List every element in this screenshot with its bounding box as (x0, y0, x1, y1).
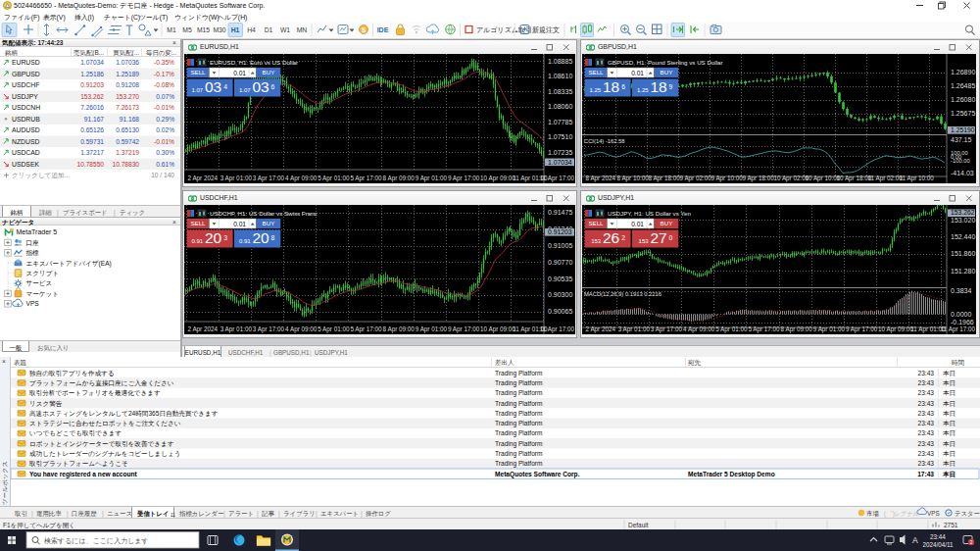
svg-text:8 Apr 18:00: 8 Apr 18:00 (649, 175, 681, 182)
svg-text:2 Apr 2024: 2 Apr 2024 (188, 175, 219, 182)
svg-text:1.08610: 1.08610 (548, 73, 572, 79)
svg-text:11 Apr 17:00: 11 Apr 17:00 (941, 326, 976, 333)
svg-text:0.07%: 0.07% (156, 92, 174, 99)
svg-text:23:43: 23:43 (917, 400, 934, 407)
svg-text:本日: 本日 (943, 429, 956, 437)
svg-text:一般: 一般 (10, 344, 23, 352)
svg-text:宛先: 宛先 (688, 359, 702, 367)
svg-text:9 Apr 18:00: 9 Apr 18:00 (743, 175, 775, 182)
svg-text:Trading Platform: Trading Platform (495, 370, 543, 377)
svg-text:5 Apr 17:00: 5 Apr 17:00 (350, 326, 382, 333)
svg-text:1.25189: 1.25189 (116, 70, 139, 76)
svg-text:本日: 本日 (943, 420, 956, 427)
svg-text:18: 18 (603, 78, 619, 95)
svg-text:1.26080: 1.26080 (951, 96, 975, 103)
svg-text:11: 11 (171, 513, 175, 518)
svg-text:記事: 記事 (262, 510, 274, 518)
svg-text:23:43: 23:43 (917, 450, 934, 457)
svg-text:0.90065: 0.90065 (548, 308, 572, 315)
svg-text:Trading Platform: Trading Platform (495, 429, 543, 437)
svg-text:本日: 本日 (942, 471, 956, 478)
svg-text:MACD(12,26,9) 0.1913 0.2216: MACD(12,26,9) 0.1913 0.2216 (584, 291, 662, 297)
svg-text:0.91005: 0.91005 (548, 242, 572, 249)
svg-text:10.78550: 10.78550 (76, 160, 104, 167)
svg-text:0.01: 0.01 (233, 70, 246, 76)
svg-text:437.15: 437.15 (951, 136, 972, 143)
svg-text:本日: 本日 (943, 460, 956, 468)
svg-text:SELL: SELL (190, 220, 206, 226)
svg-text:0.91203: 0.91203 (548, 228, 572, 235)
svg-text:BUY: BUY (263, 220, 275, 226)
svg-text:2751: 2751 (944, 522, 958, 528)
svg-text:SELL: SELL (588, 69, 604, 75)
svg-text:20: 20 (205, 229, 222, 246)
svg-text:6: 6 (271, 83, 275, 90)
svg-text:3: 3 (223, 234, 227, 241)
svg-text:VPS: VPS (927, 510, 940, 517)
svg-text:銘柄: 銘柄 (11, 209, 24, 217)
svg-text:0.91208: 0.91208 (116, 81, 139, 88)
svg-text:アルゴリズム取引: アルゴリズム取引 (476, 26, 532, 34)
svg-text:ティック: ティック (120, 209, 145, 217)
svg-text:USDCHF,H1: USDCHF,H1 (228, 349, 264, 356)
svg-text:アラート: アラート (228, 510, 254, 517)
svg-text:Trading Platform: Trading Platform (495, 400, 543, 408)
svg-text:MetaQuotes Software Corp.: MetaQuotes Software Corp. (495, 471, 580, 478)
svg-text:7.26173: 7.26173 (116, 104, 139, 111)
svg-text:3 Apr 01:00: 3 Apr 01:00 (220, 175, 253, 182)
svg-text:1.08335: 1.08335 (548, 88, 572, 95)
svg-text:5 Apr 01:00: 5 Apr 01:00 (318, 175, 350, 182)
svg-text:|: | (361, 510, 363, 518)
svg-text:マーケット: マーケット (26, 290, 60, 297)
svg-text:11 Apr 17:00: 11 Apr 17:00 (540, 175, 575, 182)
svg-text:8: 8 (271, 234, 275, 241)
svg-text:銘柄: 銘柄 (5, 48, 18, 56)
svg-text:3 Apr 01:00: 3 Apr 01:00 (220, 326, 253, 333)
svg-text:差出人: 差出人 (495, 359, 514, 367)
svg-text:4 Apr 09:00: 4 Apr 09:00 (285, 326, 318, 333)
svg-text:9 Apr 02:00: 9 Apr 02:00 (680, 175, 712, 182)
svg-text:本日: 本日 (943, 450, 956, 458)
svg-text:IDE: IDE (377, 26, 389, 33)
svg-text:10 Apr 09:00: 10 Apr 09:00 (878, 326, 913, 333)
svg-text:本日: 本日 (943, 410, 956, 418)
svg-text:153.262: 153.262 (80, 92, 104, 99)
svg-text:152.440: 152.440 (951, 233, 975, 240)
svg-text:8 Apr 10:00: 8 Apr 10:00 (617, 175, 650, 182)
svg-text:0.90535: 0.90535 (548, 276, 572, 282)
svg-text:1.07034: 1.07034 (80, 59, 104, 66)
svg-text:MetaTrader 5 Desktop Demo: MetaTrader 5 Desktop Demo (688, 471, 775, 478)
svg-text:|: | (270, 349, 271, 357)
svg-text:-0.01%: -0.01% (154, 137, 174, 144)
svg-text:You have registered a new acco: You have registered a new account (29, 471, 138, 478)
svg-text:GBPUSD: GBPUSD (12, 70, 40, 76)
svg-text:売気配(B...: 売気配(B... (74, 48, 104, 56)
svg-text:M30: M30 (213, 26, 225, 33)
svg-text:USDCHF, H1: US Dollar vs Swiss: USDCHF, H1: US Dollar vs Swiss Franc (210, 210, 318, 217)
svg-text:23:44: 23:44 (930, 533, 946, 540)
svg-text:10.78830: 10.78830 (112, 160, 139, 167)
svg-text:スクリプト: スクリプト (26, 270, 60, 276)
svg-text:ロボットとインジケーターで取引を改善できます: ロボットとインジケーターで取引を改善できます (29, 440, 174, 448)
svg-text:本日: 本日 (943, 379, 956, 387)
svg-text:詳細: 詳細 (39, 209, 52, 217)
svg-text:0.91203: 0.91203 (80, 81, 104, 88)
svg-text:GBPUSD,H1: GBPUSD,H1 (273, 349, 310, 356)
svg-text:USDSEK: USDSEK (12, 160, 39, 167)
svg-text:受信トレイ: 受信トレイ (136, 510, 169, 518)
svg-text:91.167: 91.167 (84, 115, 105, 122)
svg-text:W1: W1 (280, 26, 290, 33)
svg-text:0.91475: 0.91475 (548, 209, 572, 216)
svg-text:5 Apr 01:00: 5 Apr 01:00 (318, 326, 350, 333)
svg-text:0.29%: 0.29% (156, 115, 174, 122)
svg-text:0.30%: 0.30% (156, 149, 174, 156)
svg-text:エキスパート: エキスパート (320, 510, 359, 517)
svg-text:9 Apr 01:00: 9 Apr 01:00 (416, 326, 448, 333)
svg-text:1.37219: 1.37219 (116, 149, 139, 156)
svg-text:Trading Platform: Trading Platform (495, 420, 543, 427)
svg-text:A: A (912, 535, 918, 545)
svg-text:0.59742: 0.59742 (116, 137, 139, 144)
svg-text:03: 03 (252, 78, 269, 95)
svg-text:8 Apr 09:00: 8 Apr 09:00 (781, 326, 813, 333)
svg-text:運用比率: 運用比率 (36, 510, 62, 518)
